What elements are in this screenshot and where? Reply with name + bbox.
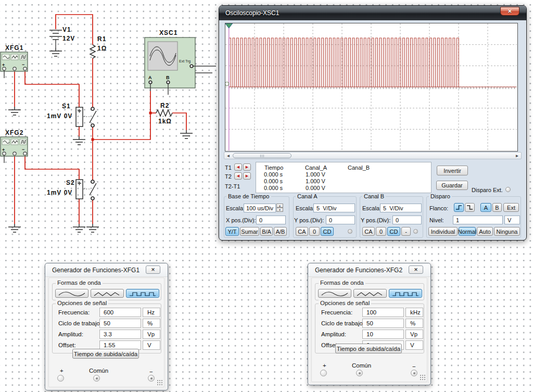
yt-mode-button[interactable]: Y/T [225, 227, 239, 236]
spin-down-icon[interactable]: ▼ [276, 208, 283, 212]
ab-mode-button[interactable]: A/B [274, 227, 287, 236]
xsc1-ref-label: XSC1 [159, 29, 177, 36]
close-button[interactable]: ✕ [146, 265, 160, 274]
t1-label: T1 [225, 165, 232, 171]
trigger-b-button[interactable]: B [492, 203, 502, 212]
frecuencia-input[interactable]: 100 [362, 308, 404, 317]
xfg1-titlebar[interactable]: Generador de Funciones-XFG1 ✕ [45, 263, 168, 277]
t2-right-button[interactable]: ▶ [243, 172, 251, 180]
canal-b-scale-input[interactable]: 5 V/Div [380, 204, 422, 212]
trigger-ext-button[interactable]: Ext [503, 203, 519, 212]
xfg2-component[interactable]: + − [1, 137, 28, 163]
frecuencia-label: Frecuencia: [321, 309, 352, 315]
t2-left-button[interactable]: ◀ [234, 172, 242, 180]
scroll-right-icon[interactable]: ► [514, 153, 521, 159]
frecuencia-label: Frecuencia: [58, 309, 90, 315]
oscilloscope-titlebar[interactable]: Osciloscopio-XSC1 ✕ [219, 6, 526, 20]
t1-left-button[interactable]: ◀ [234, 163, 242, 171]
v1-value-label: 12V [62, 35, 75, 42]
scroll-left-icon[interactable]: ◄ [225, 153, 232, 159]
canal-a-scale-input[interactable]: 5 V/Div [313, 204, 355, 212]
y-pos-label: Y pos.(Div): [294, 217, 324, 223]
individual-button[interactable]: Individual [428, 227, 458, 236]
canal-b-minus-button[interactable]: - [401, 227, 411, 236]
canal-b-cd-button[interactable]: CD [387, 227, 400, 236]
auto-button[interactable]: Auto [477, 227, 493, 236]
t2t1-canal-a-value: 0.000 V [306, 185, 325, 191]
r2-value-label: 1kΩ [158, 118, 172, 125]
offset-unit: V [405, 340, 423, 350]
frecuencia-unit: kHz [405, 308, 423, 317]
sine-wave-button[interactable] [55, 289, 88, 298]
square-wave-button[interactable] [389, 289, 422, 298]
resize-grip[interactable] [420, 374, 425, 380]
guardar-button[interactable]: Guardar [436, 181, 468, 190]
sine-wave-button[interactable] [318, 289, 351, 298]
rising-edge-button[interactable] [454, 203, 464, 212]
opciones-de-senal-title: Opciones de señal [319, 300, 371, 306]
minus-terminal[interactable] [411, 370, 417, 376]
square-wave-button[interactable] [126, 289, 159, 298]
ninguna-button[interactable]: Ninguna [494, 227, 520, 236]
switch-s2[interactable]: S2 1mV 0V [47, 179, 96, 200]
r1-ref-label: R1 [97, 35, 106, 43]
timebase-scale-input[interactable]: 100 us/Div [244, 204, 276, 212]
comun-terminal[interactable] [356, 370, 363, 376]
switch-s1[interactable]: S1 1mV 0V [47, 103, 96, 127]
ciclo-input[interactable]: 50 [362, 319, 404, 328]
ciclo-input[interactable]: 50 [99, 319, 141, 328]
plus-terminal[interactable] [57, 375, 64, 382]
spin-up-icon[interactable]: ▲ [276, 204, 283, 208]
ba-mode-button[interactable]: B/A [260, 227, 273, 236]
xsc1-component[interactable]: Ext Trg A B [145, 37, 216, 95]
close-icon: ✕ [507, 8, 512, 14]
escala-label: Escala: [296, 205, 314, 211]
canal-b-y-pos-input[interactable]: 0 [392, 216, 422, 224]
measurement-table: Tiempo Canal_A Canal_B 0.000 s 1.000 V 0… [256, 162, 432, 193]
canal-a-ca-button[interactable]: CA [296, 227, 308, 236]
t1-right-button[interactable]: ▶ [243, 163, 251, 171]
close-button[interactable]: ✕ [500, 7, 519, 16]
nivel-label: Nivel: [429, 217, 444, 223]
minus-terminal[interactable] [148, 375, 155, 382]
canal-a-y-pos-input[interactable]: 0 [326, 216, 355, 224]
invertir-button[interactable]: Invertir [437, 166, 468, 175]
x-pos-input[interactable]: 0 [256, 216, 286, 224]
scope-scrollbar[interactable]: ◄ ► [224, 152, 522, 159]
plus-terminal[interactable] [320, 370, 327, 376]
rise-fall-time-button[interactable]: Tiempo de subida/caída [72, 349, 139, 359]
nivel-input[interactable]: 1 [453, 216, 503, 224]
falling-edge-button[interactable] [465, 203, 475, 212]
comun-terminal-label: Común [89, 368, 108, 374]
multisim-workspace: V1 12V R1 1Ω XFG1 + − S1 [0, 0, 533, 392]
xfg1-component[interactable]: + − [1, 52, 28, 78]
resize-grip[interactable] [157, 380, 162, 385]
xfg1-window: Generador de Funciones-XFG1 ✕ Formas de … [45, 263, 168, 390]
triangle-wave-button[interactable] [91, 289, 124, 298]
comun-terminal[interactable] [93, 375, 100, 382]
canal-a-cd-button[interactable]: CD [321, 227, 334, 236]
xfg2-titlebar[interactable]: Generador de Funciones-XFG2 ✕ [308, 263, 430, 277]
arrow-left-icon: ◀ [237, 165, 239, 169]
battery-v1[interactable]: V1 12V [49, 26, 75, 48]
normal-button[interactable]: Normal [459, 227, 476, 236]
close-button[interactable]: ✕ [409, 265, 423, 274]
terminal-b-label: B [166, 75, 170, 80]
timebase-spinner: ▲ ▼ [276, 204, 283, 212]
waveform-display[interactable] [225, 23, 517, 150]
canal-b-ca-button[interactable]: CA [362, 227, 375, 236]
xfg1-body: Formas de onda Opciones de señal Frecuen… [48, 277, 164, 387]
resistor-r2[interactable]: R2 1kΩ [156, 102, 172, 125]
canal-b-0-button[interactable]: 0 [376, 227, 386, 236]
amplitud-input[interactable]: 10 [362, 330, 404, 339]
disparo-ext-radio[interactable] [505, 187, 511, 192]
trigger-a-button[interactable]: A [480, 203, 491, 212]
amplitud-input[interactable]: 3.3 [99, 330, 141, 339]
scrollbar-thumb[interactable] [233, 153, 291, 158]
canal-a-0-button[interactable]: 0 [309, 227, 320, 236]
rise-fall-time-button[interactable]: Tiempo de subida/caída [335, 344, 402, 353]
triangle-wave-button[interactable] [353, 289, 387, 298]
xfg2-ref-label: XFG2 [5, 129, 23, 136]
frecuencia-input[interactable]: 600 [99, 308, 141, 317]
sumar-mode-button[interactable]: Sumar [240, 227, 259, 236]
